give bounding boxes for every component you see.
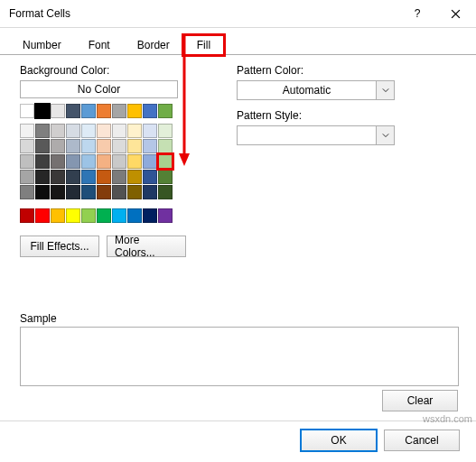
color-swatch[interactable]	[66, 208, 80, 223]
sample-label: Sample	[20, 312, 459, 325]
color-swatch[interactable]	[143, 185, 157, 199]
window-title: Format Cells	[9, 7, 398, 20]
color-swatch[interactable]	[20, 104, 34, 118]
color-swatch[interactable]	[127, 208, 142, 223]
watermark: wsxdn.com	[423, 413, 472, 424]
color-swatch[interactable]	[35, 139, 50, 153]
color-swatch[interactable]	[112, 139, 126, 153]
color-swatch[interactable]	[66, 139, 80, 153]
color-swatch[interactable]	[158, 208, 173, 223]
color-swatch[interactable]	[97, 170, 111, 184]
pattern-color-value: Automatic	[238, 84, 376, 97]
close-button[interactable]	[436, 1, 474, 26]
color-swatch[interactable]	[35, 170, 50, 184]
color-swatch[interactable]	[81, 170, 96, 184]
color-swatch[interactable]	[158, 139, 173, 153]
standard-colors-row	[20, 208, 173, 223]
pattern-style-label: Pattern Style:	[237, 109, 462, 122]
color-swatch[interactable]	[143, 154, 157, 169]
color-swatch[interactable]	[81, 154, 96, 169]
color-swatch[interactable]	[143, 208, 157, 223]
color-swatch[interactable]	[127, 104, 142, 118]
color-swatch[interactable]	[51, 170, 65, 184]
color-swatch[interactable]	[51, 185, 65, 199]
color-swatch[interactable]	[143, 104, 157, 118]
color-swatch[interactable]	[97, 208, 111, 223]
color-swatch[interactable]	[143, 139, 157, 153]
color-swatch[interactable]	[81, 104, 96, 118]
color-swatch[interactable]	[97, 154, 111, 169]
close-icon	[451, 9, 461, 19]
background-color-label: Background Color:	[20, 64, 201, 77]
color-swatch[interactable]	[158, 124, 173, 138]
color-swatch[interactable]	[51, 104, 65, 118]
tab-border[interactable]: Border	[124, 35, 183, 55]
color-swatch[interactable]	[81, 124, 96, 138]
color-swatch[interactable]	[20, 208, 34, 223]
tab-fill[interactable]: Fill	[183, 35, 224, 55]
color-swatch[interactable]	[35, 124, 50, 138]
color-swatch[interactable]	[97, 104, 111, 118]
color-swatch[interactable]	[143, 170, 157, 184]
color-swatch[interactable]	[97, 139, 111, 153]
color-swatch[interactable]	[35, 185, 50, 199]
color-swatch[interactable]	[35, 104, 50, 118]
color-swatch[interactable]	[66, 185, 80, 199]
color-swatch[interactable]	[112, 185, 126, 199]
theme-colors-row	[20, 104, 173, 118]
more-colors-button[interactable]: More Colors...	[107, 236, 186, 257]
sample-preview	[20, 327, 459, 386]
pattern-color-dropdown[interactable]: Automatic	[237, 80, 395, 100]
color-swatch[interactable]	[97, 124, 111, 138]
color-swatch[interactable]	[35, 154, 50, 169]
color-swatch[interactable]	[127, 139, 142, 153]
color-swatch[interactable]	[20, 124, 34, 138]
color-swatch[interactable]	[66, 154, 80, 169]
chevron-down-icon	[376, 81, 394, 99]
tab-font[interactable]: Font	[75, 35, 124, 55]
help-button[interactable]: ?	[398, 1, 436, 26]
chevron-down-icon	[376, 126, 394, 144]
color-swatch[interactable]	[143, 124, 157, 138]
color-swatch[interactable]	[127, 185, 142, 199]
color-swatch[interactable]	[81, 185, 96, 199]
clear-button[interactable]: Clear	[382, 390, 458, 411]
tab-bar: Number Font Border Fill	[0, 28, 476, 55]
color-swatch[interactable]	[127, 170, 142, 184]
color-swatch[interactable]	[112, 170, 126, 184]
color-swatch[interactable]	[51, 208, 65, 223]
color-swatch[interactable]	[51, 124, 65, 138]
color-swatch[interactable]	[20, 170, 34, 184]
ok-button[interactable]: OK	[301, 430, 377, 451]
color-swatch[interactable]	[158, 154, 173, 169]
color-swatch[interactable]	[112, 124, 126, 138]
color-swatch[interactable]	[112, 104, 126, 118]
color-swatch[interactable]	[66, 170, 80, 184]
color-swatch[interactable]	[158, 104, 173, 118]
color-swatch[interactable]	[158, 170, 173, 184]
theme-tints-grid	[20, 124, 173, 199]
color-swatch[interactable]	[158, 185, 173, 199]
tab-number[interactable]: Number	[9, 35, 75, 55]
color-swatch[interactable]	[66, 104, 80, 118]
color-swatch[interactable]	[97, 185, 111, 199]
color-swatch[interactable]	[51, 154, 65, 169]
color-swatch[interactable]	[81, 208, 96, 223]
color-swatch[interactable]	[127, 154, 142, 169]
color-swatch[interactable]	[81, 139, 96, 153]
color-swatch[interactable]	[127, 124, 142, 138]
pattern-style-dropdown[interactable]	[237, 125, 395, 145]
fill-effects-button[interactable]: Fill Effects...	[20, 236, 99, 257]
color-swatch[interactable]	[51, 139, 65, 153]
pattern-color-label: Pattern Color:	[237, 64, 462, 77]
color-swatch[interactable]	[20, 139, 34, 153]
color-swatch[interactable]	[20, 185, 34, 199]
color-swatch[interactable]	[66, 124, 80, 138]
no-color-button[interactable]: No Color	[20, 80, 178, 98]
color-swatch[interactable]	[112, 208, 126, 223]
color-swatch[interactable]	[35, 208, 50, 223]
color-swatch[interactable]	[112, 154, 126, 169]
cancel-button[interactable]: Cancel	[384, 430, 460, 451]
color-swatch[interactable]	[20, 154, 34, 169]
